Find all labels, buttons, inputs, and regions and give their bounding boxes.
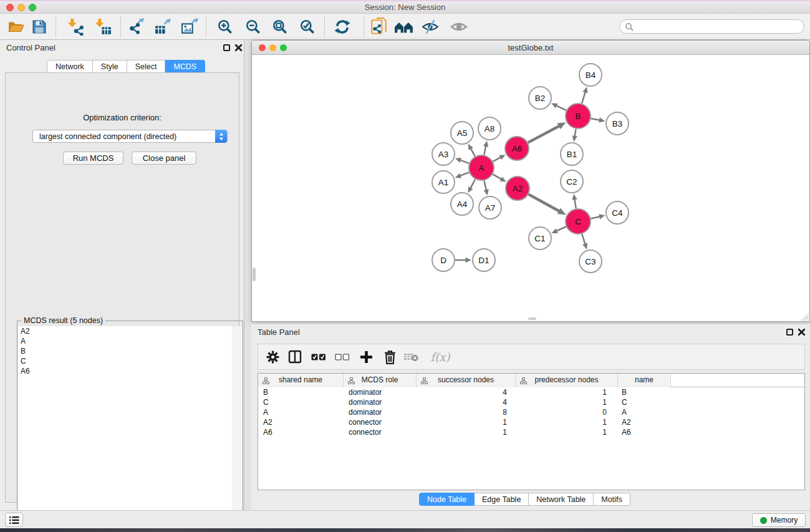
node-A8[interactable]: A8 — [478, 117, 501, 140]
node-C[interactable]: C — [566, 209, 591, 234]
criterion-select[interactable]: largest connected component (directed) — [32, 130, 228, 143]
edge-C-C2[interactable] — [574, 199, 576, 208]
float-panel-icon[interactable] — [223, 44, 230, 51]
zoom-fit-icon[interactable] — [269, 16, 291, 37]
export-table-icon[interactable] — [152, 16, 173, 37]
zoom-selected-icon[interactable] — [297, 16, 318, 37]
edge-B-B4[interactable] — [582, 92, 586, 104]
eye-icon[interactable] — [448, 16, 470, 37]
tab-network[interactable]: Network — [47, 60, 93, 73]
tab-network-table[interactable]: Network Table — [529, 493, 594, 506]
result-item[interactable]: B — [18, 346, 232, 356]
canvas-horizontal-scrollbar[interactable] — [528, 317, 536, 320]
close-panel-button[interactable]: Close panel — [132, 152, 196, 165]
edge-B-B3[interactable] — [591, 118, 600, 120]
node-A2[interactable]: A2 — [506, 177, 529, 200]
trash-icon[interactable] — [380, 347, 400, 367]
import-table-icon[interactable] — [92, 16, 113, 37]
table-row[interactable]: Adominator80A — [258, 408, 804, 418]
node-B1[interactable]: B1 — [561, 143, 583, 165]
network-canvas[interactable]: B4B2BB3A8A5A6A3B1AA1C2A2A4A7C4CC1C3DD1 — [252, 55, 809, 321]
edge-B-B1[interactable] — [575, 129, 576, 137]
tab-motifs[interactable]: Motifs — [594, 493, 630, 506]
document-network-icon[interactable] — [369, 16, 390, 37]
edge-C-C3[interactable] — [582, 234, 585, 244]
column-header-shared-name[interactable]: shared name — [258, 374, 344, 387]
eye-slash-icon[interactable] — [420, 16, 441, 37]
node-A[interactable]: A — [469, 155, 494, 180]
node-B3[interactable]: B3 — [606, 112, 629, 135]
node-C2[interactable]: C2 — [561, 170, 583, 193]
close-panel-icon[interactable] — [234, 44, 243, 52]
zoom-out-icon[interactable] — [243, 16, 264, 37]
node-B2[interactable]: B2 — [529, 87, 551, 109]
select-all-icon[interactable] — [309, 347, 329, 367]
float-panel-icon[interactable] — [786, 329, 793, 336]
node-A5[interactable]: A5 — [451, 122, 473, 144]
edge-A-A6[interactable] — [493, 157, 501, 162]
result-scrollbar[interactable] — [232, 326, 242, 530]
edge-A-A7[interactable] — [484, 181, 486, 191]
tab-mcds[interactable]: MCDS — [165, 60, 205, 73]
node-A6[interactable]: A6 — [505, 137, 529, 160]
edge-C-C4[interactable] — [591, 216, 600, 218]
refresh-icon[interactable] — [332, 16, 353, 37]
run-mcds-button[interactable]: Run MCDS — [63, 152, 123, 165]
node-B4[interactable]: B4 — [579, 64, 602, 86]
function-icon[interactable]: f(x) — [427, 347, 454, 367]
node-A4[interactable]: A4 — [451, 193, 473, 215]
tab-node-table[interactable]: Node Table — [419, 493, 475, 506]
node-A1[interactable]: A1 — [432, 171, 455, 193]
result-item[interactable]: A2 — [18, 326, 232, 336]
canvas-vertical-scrollbar[interactable] — [253, 268, 256, 281]
search-input[interactable] — [636, 21, 798, 32]
open-session-icon[interactable] — [6, 16, 27, 37]
edge-B-B2[interactable] — [556, 105, 566, 110]
edge-A-A8[interactable] — [484, 146, 486, 155]
tab-edge-table[interactable]: Edge Table — [475, 493, 529, 506]
save-session-icon[interactable] — [29, 16, 50, 37]
edge-C-C1[interactable] — [556, 226, 566, 231]
node-A7[interactable]: A7 — [479, 196, 501, 219]
split-columns-icon[interactable] — [285, 347, 305, 367]
table-row[interactable]: Cdominator41C — [258, 398, 804, 408]
node-C1[interactable]: C1 — [529, 227, 551, 249]
edge-A6-B[interactable] — [528, 126, 559, 143]
edge-A-A2[interactable] — [493, 174, 501, 179]
column-header-predecessor-nodes[interactable]: predecessor nodes — [516, 374, 618, 387]
edge-A-A3[interactable] — [460, 160, 469, 163]
task-history-button[interactable] — [5, 513, 23, 527]
tab-style[interactable]: Style — [93, 60, 127, 73]
gear-icon[interactable] — [263, 347, 282, 367]
export-image-icon[interactable] — [179, 16, 200, 37]
network-window-titlebar[interactable]: testGlobe.txt — [252, 41, 809, 55]
edge-A2-C[interactable] — [529, 195, 560, 211]
export-network-icon[interactable] — [126, 16, 147, 37]
edge-A-A5[interactable] — [471, 148, 475, 157]
node-D[interactable]: D — [432, 249, 455, 271]
node-B[interactable]: B — [566, 104, 591, 128]
column-header-successor-nodes[interactable]: successor nodes — [417, 374, 516, 387]
node-D1[interactable]: D1 — [473, 249, 495, 271]
close-panel-icon[interactable] — [798, 328, 806, 336]
table-row[interactable]: A6connector11A6 — [258, 428, 804, 438]
deselect-all-icon[interactable] — [332, 347, 352, 367]
memory-button[interactable]: Memory — [752, 513, 806, 527]
column-header-MCDS-role[interactable]: MCDS role — [344, 374, 417, 387]
houses-icon[interactable] — [393, 16, 415, 37]
result-item[interactable]: A — [18, 336, 232, 346]
add-icon[interactable] — [356, 347, 376, 367]
tab-select[interactable]: Select — [127, 60, 166, 73]
node-C4[interactable]: C4 — [606, 201, 629, 224]
result-item[interactable]: C — [18, 356, 232, 366]
zoom-in-icon[interactable] — [215, 16, 236, 37]
table-delete-icon[interactable] — [401, 347, 421, 367]
import-network-icon[interactable] — [65, 16, 86, 37]
column-header-name[interactable]: name — [618, 374, 671, 387]
table-row[interactable]: Bdominator41B — [258, 388, 804, 398]
node-C3[interactable]: C3 — [579, 250, 602, 273]
edge-A-A4[interactable] — [470, 180, 475, 188]
node-A3[interactable]: A3 — [432, 143, 455, 165]
edge-A-A1[interactable] — [460, 172, 470, 176]
result-item[interactable]: A6 — [18, 366, 232, 376]
